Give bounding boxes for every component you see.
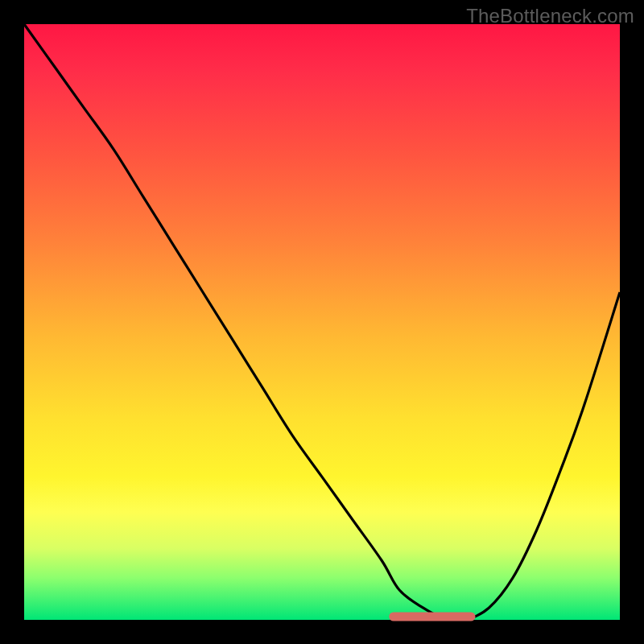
- curve-svg: [24, 24, 620, 620]
- chart-frame: TheBottleneck.com: [0, 0, 644, 644]
- bottleneck-curve: [24, 24, 620, 621]
- plot-area: [24, 24, 620, 620]
- watermark-label: TheBottleneck.com: [466, 5, 634, 27]
